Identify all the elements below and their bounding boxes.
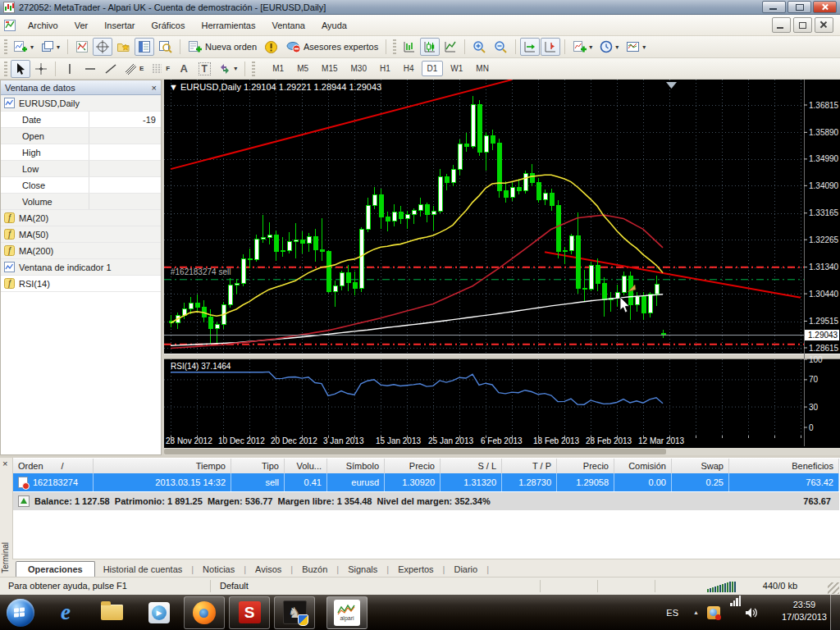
periods-button[interactable]: ▾ [596,38,622,56]
dw-indicator-window-row[interactable]: Ventana de indicador 1 [1,259,161,276]
hidden-icons-button[interactable]: ▲ [693,595,699,630]
tick-chart-button[interactable] [72,38,92,56]
minimize-button[interactable] [762,1,786,13]
child-restore-button[interactable] [793,17,812,33]
dw-indicator-ma-200[interactable]: ƒMA(200) [1,243,161,259]
timeframe-button-d1[interactable]: D1 [422,61,444,76]
tab-buzo-n[interactable]: Buzón [294,562,336,577]
chart-shift-button[interactable] [541,38,560,56]
column-header-precio[interactable]: Precio [557,459,614,473]
menu-item-archivo[interactable]: Archivo [20,17,66,34]
close-button[interactable] [813,1,837,13]
speaker-icon[interactable] [745,595,758,630]
order-row[interactable]: 1621832742013.03.15 14:32sell0.41eurusd1… [13,473,839,491]
column-header-beneficios[interactable]: Beneficios [729,459,839,473]
child-close-button[interactable] [815,17,833,33]
column-header-swap[interactable]: Swap [672,459,729,473]
taskbar-item-internet-explorer[interactable]: e [49,597,82,628]
column-header-orden[interactable]: Orden/ [13,459,94,473]
menu-item-ventana[interactable]: Ventana [264,17,313,34]
timeframe-button-h1[interactable]: H1 [374,61,396,76]
menu-item-gra-ficos[interactable]: Gráficos [144,17,194,34]
network-status-icon[interactable] [707,595,720,630]
vertical-line-button[interactable] [60,60,80,78]
dw-indicator-ma-20[interactable]: ƒMA(20) [1,210,161,226]
column-header-tiempo[interactable]: Tiempo [94,459,231,473]
expert-advisors-button[interactable]: Asesores expertos [282,38,381,56]
crosshair-button[interactable] [93,38,112,56]
show-desktop-button[interactable] [830,595,840,630]
tab-operaciones[interactable]: Operaciones [16,561,95,578]
timeframe-button-mn[interactable]: MN [470,61,495,76]
new-chart-button[interactable]: ▾ [11,38,37,56]
arrows-tool-button[interactable]: ▾ [215,60,240,78]
horizontal-line-button[interactable] [80,60,100,78]
taskbar-clock[interactable]: 23:59 17/03/2013 [782,599,827,623]
text-tool-button[interactable]: A [174,60,194,78]
taskbar-item-file-explorer[interactable] [95,597,128,628]
column-header-t-p[interactable]: T / P [502,459,557,473]
bar-chart-button[interactable] [399,38,419,56]
toolbar-grip[interactable] [4,62,7,76]
label-tool-button[interactable]: T [194,60,214,78]
tab-expertos[interactable]: Expertos [390,562,441,577]
tab-diario[interactable]: Diario [445,562,486,577]
timeframe-button-m1[interactable]: M1 [267,61,290,76]
resize-grip[interactable] [828,582,839,594]
start-button[interactable] [7,599,34,627]
maximize-button[interactable] [788,1,811,13]
auto-scroll-button[interactable] [520,38,540,56]
toolbar-grip[interactable] [252,62,255,76]
new-order-button[interactable]: Nueva orden [185,38,260,56]
timeframe-button-w1[interactable]: W1 [445,61,468,76]
timeframe-button-m5[interactable]: M5 [291,61,314,76]
navigator-button[interactable] [155,38,176,56]
tab-signals[interactable]: Signals [340,562,386,577]
taskbar-item-game[interactable]: ♞ [274,596,315,629]
child-minimize-button[interactable] [772,17,791,33]
zoom-out-button[interactable] [491,38,511,56]
dw-symbol-row[interactable]: EURUSD,Daily [1,95,161,112]
dw-indicator-ma-50[interactable]: ƒMA(50) [1,226,161,243]
chart-scrollbar-thumb[interactable] [164,449,666,454]
toolbar-grip[interactable] [4,39,7,54]
timeframe-button-h4[interactable]: H4 [398,61,420,76]
data-window-button[interactable] [135,38,154,56]
line-chart-button[interactable] [441,38,460,56]
column-header-s-l[interactable]: S / L [441,459,502,473]
timeframe-button-m15[interactable]: M15 [316,61,343,76]
column-header-precio[interactable]: Precio [385,459,441,473]
zoom-in-button[interactable] [469,38,490,56]
trendline-button[interactable] [101,60,121,78]
tab-avisos[interactable]: Avisos [247,562,290,577]
cursor-tool-button[interactable] [11,60,30,78]
indicators-button[interactable]: ▾ [569,38,596,56]
tab-historial-de-cuentas[interactable]: Historial de cuentas [95,562,191,577]
column-header-comisio-n[interactable]: Comisión [614,459,672,473]
column-header-volu[interactable]: Volu... [285,459,327,473]
signal-bars-icon[interactable] [730,595,741,606]
pane-splitter[interactable] [164,354,840,359]
taskbar-item-media-player[interactable]: ▶ [143,597,176,628]
menu-item-ayuda[interactable]: Ayuda [313,17,355,34]
menu-item-ver[interactable]: Ver [66,17,97,34]
timeframe-button-m30[interactable]: M30 [345,61,372,76]
channel-button[interactable]: E [121,60,147,78]
expert-warning-button[interactable] [261,38,281,56]
toolbar-grip[interactable] [393,39,396,54]
favorites-button[interactable] [113,38,134,56]
terminal-close-icon[interactable]: × [2,459,7,468]
menu-item-insertar[interactable]: Insertar [96,17,143,34]
dw-indicator-rsi-14[interactable]: ƒRSI(14) [1,276,161,292]
column-header-si-mbolo[interactable]: Símbolo [327,459,385,473]
language-indicator[interactable]: ES [666,595,678,630]
tab-noticias[interactable]: Noticias [194,562,243,577]
candlestick-button[interactable] [420,38,440,56]
crosshair-tool-button[interactable] [31,60,51,78]
menu-item-herramientas[interactable]: Herramientas [193,17,263,34]
fibonacci-button[interactable]: F [148,60,173,78]
templates-button[interactable]: ▾ [623,38,649,56]
taskbar-item-s-app[interactable]: S [229,596,270,629]
data-window-close-icon[interactable]: × [152,84,157,92]
profiles-button[interactable]: ▾ [38,38,63,56]
